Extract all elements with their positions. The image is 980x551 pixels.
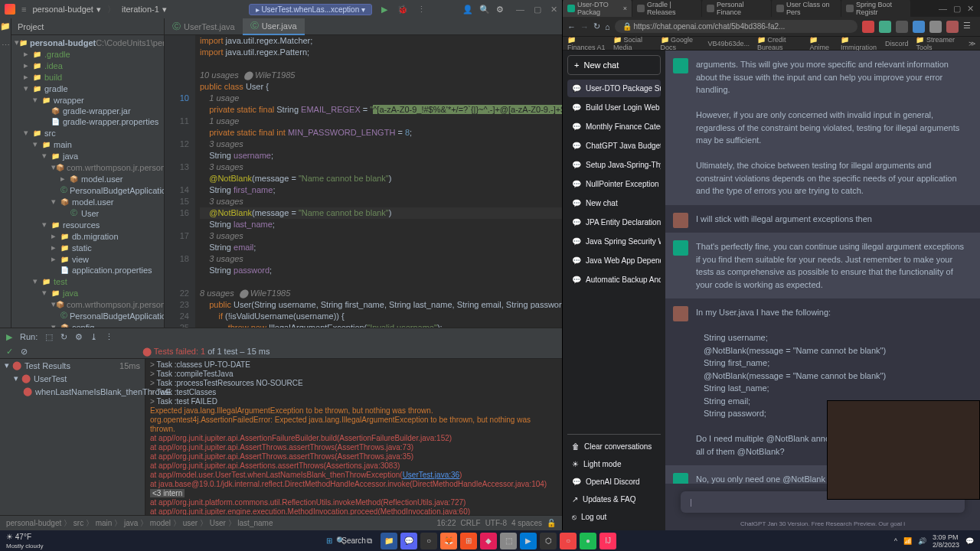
more-icon[interactable]: ⋮: [105, 332, 113, 342]
forward-icon[interactable]: →: [580, 22, 589, 31]
debug-button[interactable]: 🐞: [397, 3, 409, 15]
home-icon[interactable]: ⌂: [605, 22, 610, 31]
taskbar-app-icon[interactable]: ⬡: [540, 533, 557, 549]
maximize-icon[interactable]: ▢: [534, 5, 541, 15]
bookmark-item[interactable]: 📁 Immigration: [841, 36, 877, 51]
taskbar-app-icon[interactable]: ●: [580, 533, 596, 549]
chat-history-item[interactable]: 💬 Setup Java-Spring-Thymeleaf: [567, 156, 661, 174]
chat-history-item[interactable]: 💬 Automatic Backup And Live F: [567, 271, 661, 289]
search-button[interactable]: 🔍 Search: [341, 533, 358, 549]
chat-history-item[interactable]: 💬 Build User Login Web App: [567, 99, 661, 116]
bookmark-item[interactable]: VB49b63de...: [708, 40, 750, 47]
settings-icon[interactable]: ⚙: [496, 5, 504, 15]
browser-tab[interactable]: User-DTO Packag×: [563, 0, 632, 18]
taskbar-app-icon[interactable]: 🦊: [440, 533, 457, 549]
chat-history-item[interactable]: 💬 JPA Entity Declaration Setting: [567, 214, 661, 231]
project-crumb[interactable]: personal-budget ▾: [32, 5, 101, 15]
discord-link[interactable]: 💬 OpenAI Discord: [567, 473, 661, 491]
iteration-crumb[interactable]: iteration-1 ▾: [122, 5, 167, 15]
taskbar-app-icon[interactable]: IJ: [599, 533, 616, 549]
project-tree[interactable]: ▾📁personal-budget C:\CodeUnits1\personal…: [11, 35, 164, 328]
bookmark-item[interactable]: 📁 Social Media: [613, 36, 653, 51]
back-icon[interactable]: ←: [567, 22, 576, 31]
tab-user[interactable]: ⒸUser.java: [243, 18, 305, 35]
clock[interactable]: 3:09 PM2/8/2023: [933, 533, 959, 549]
test-tree[interactable]: ▾⬤Test Results15ms ▾⬤UserTest ⬤whenLastN…: [0, 359, 145, 515]
task-view-icon[interactable]: ⧉: [361, 533, 377, 549]
notifications-icon[interactable]: 💬: [965, 537, 974, 545]
bookmark-item[interactable]: 📁 Google Docs: [661, 36, 701, 51]
new-chat-button[interactable]: + New chat: [567, 55, 661, 75]
reload-icon[interactable]: ↻: [593, 21, 600, 31]
url-input[interactable]: 🔒 https://chat.openai.com/chat/5b4bd386-…: [615, 20, 858, 33]
chat-history-item[interactable]: 💬 NullPointer Exception Prevent: [567, 175, 661, 193]
bookmark-item[interactable]: 📁 Credit Bureaus: [757, 36, 802, 51]
maximize-icon[interactable]: ▢: [953, 4, 961, 14]
close-icon[interactable]: ✕: [967, 4, 974, 14]
bookmark-item[interactable]: 📁 Anime: [809, 36, 833, 51]
test-output[interactable]: > Task :classes UP-TO-DATE > Task :compi…: [145, 359, 562, 515]
tray-chevron-icon[interactable]: ^: [894, 537, 897, 545]
code-editor[interactable]: 101112 13141516 1718 222324252627282930 …: [165, 35, 562, 328]
taskbar-app-icon[interactable]: ○: [560, 533, 577, 549]
light-mode-button[interactable]: ☀ Light mode: [567, 455, 661, 473]
bookmark-item[interactable]: 📁 Finances A1: [567, 36, 606, 51]
run-configuration[interactable]: ▸ UserTest.whenLas...xception ▾: [249, 4, 372, 15]
chat-history-item[interactable]: 💬 New chat: [567, 194, 661, 212]
logout-button[interactable]: ⎋ Log out: [567, 508, 661, 526]
weather-widget[interactable]: ☀ 47°FMostly cloudy: [6, 533, 43, 549]
chat-history-item[interactable]: 💬 ChatGPT Java Budget App 1: [567, 137, 661, 155]
taskbar-app-icon[interactable]: ⬚: [500, 533, 517, 549]
minimize-icon[interactable]: —: [939, 4, 947, 14]
browser-tab[interactable]: Spring Boot Registr: [841, 0, 910, 18]
project-tool-icon[interactable]: 📁: [0, 21, 11, 31]
browser-tab[interactable]: Gradle | Releases: [632, 0, 701, 18]
chat-history-item[interactable]: 💬 User-DTO Package Sub ✎ 🗑: [567, 80, 661, 97]
bookmark-item[interactable]: 📁 Streamer Tools: [916, 36, 961, 51]
ext-icon[interactable]: [862, 21, 874, 33]
more-run-icon[interactable]: ⋮: [415, 3, 427, 15]
updates-faq-button[interactable]: ↗ Updates & FAQ: [567, 491, 661, 508]
run-button[interactable]: ▶: [378, 3, 390, 15]
structure-tool-icon[interactable]: ⋯: [2, 41, 10, 51]
taskbar-app-icon[interactable]: 💬: [400, 533, 417, 549]
breadcrumb[interactable]: personal-budget 〉 src 〉 main 〉 java 〉 mo…: [6, 518, 273, 529]
rerun-icon[interactable]: ▶: [6, 332, 12, 342]
tab-usertest[interactable]: ⒸUserTest.java: [165, 18, 243, 34]
search-icon[interactable]: 🔍: [479, 5, 490, 15]
chat-history-item[interactable]: 💬 Java Spring Security Web App: [567, 233, 661, 250]
taskbar-app-icon[interactable]: ⊞: [460, 533, 477, 549]
hamburger-icon[interactable]: ≡: [21, 5, 26, 14]
show-ignored-icon[interactable]: ⊘: [21, 347, 28, 357]
chat-history-item[interactable]: 💬 Java Web App Dependencies: [567, 252, 661, 269]
browser-tabs-bar: User-DTO Packag× Gradle | Releases Perso…: [563, 0, 980, 17]
taskbar-app-icon[interactable]: ◆: [480, 533, 497, 549]
browser-tab[interactable]: User Class on Pers: [772, 0, 841, 18]
ext-icon[interactable]: [913, 21, 925, 33]
bookmarks-overflow[interactable]: ≫: [969, 40, 975, 47]
close-icon[interactable]: ✕: [550, 5, 557, 15]
volume-icon[interactable]: 🔊: [918, 537, 926, 545]
start-button[interactable]: ⊞: [321, 533, 338, 549]
stop-icon[interactable]: ⬚: [45, 332, 53, 342]
menu-icon[interactable]: ☰: [963, 21, 975, 33]
toggle-icon[interactable]: ↻: [60, 332, 67, 342]
code-with-me-icon[interactable]: 👤: [462, 5, 473, 15]
lock-icon[interactable]: 🔓: [547, 519, 556, 527]
ext-icon[interactable]: [929, 21, 942, 33]
ext-icon[interactable]: [896, 21, 908, 33]
taskbar-app-icon[interactable]: 📁: [381, 533, 397, 549]
filter-icon[interactable]: ⚙: [75, 332, 83, 342]
taskbar-app-icon[interactable]: ▶: [520, 533, 537, 549]
bookmark-item[interactable]: Discord: [885, 40, 909, 47]
clear-conversations-button[interactable]: 🗑 Clear conversations: [567, 438, 661, 455]
wifi-icon[interactable]: 📶: [903, 537, 912, 545]
ext-icon[interactable]: [946, 21, 959, 33]
chat-history-item[interactable]: 💬 Monthly Finance Categories L: [567, 118, 661, 135]
show-passed-icon[interactable]: ✓: [6, 347, 13, 357]
export-icon[interactable]: ⤓: [90, 332, 97, 342]
ext-icon[interactable]: [879, 21, 891, 33]
taskbar-app-icon[interactable]: ○: [420, 533, 437, 549]
minimize-icon[interactable]: —: [516, 5, 524, 15]
browser-tab[interactable]: Personal Finance: [702, 0, 771, 18]
